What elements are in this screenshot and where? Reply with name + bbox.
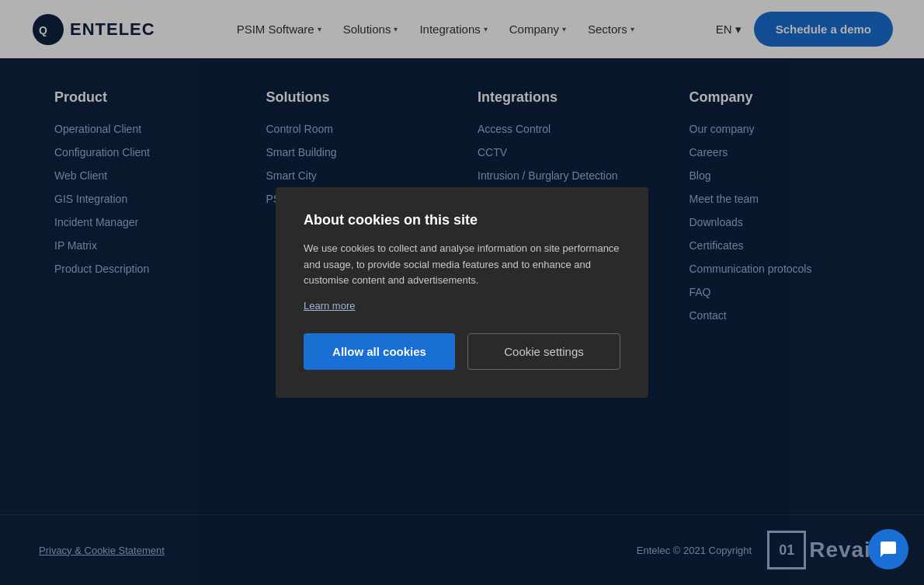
cookie-modal-body: We use cookies to collect and analyse in…	[304, 241, 620, 289]
cookie-settings-button[interactable]: Cookie settings	[467, 333, 620, 370]
chat-bubble-button[interactable]	[868, 529, 908, 569]
allow-all-cookies-button[interactable]: Allow all cookies	[304, 333, 455, 370]
cookie-learn-more-link[interactable]: Learn more	[304, 300, 355, 312]
cookie-modal-buttons: Allow all cookies Cookie settings	[304, 333, 620, 370]
cookie-modal: About cookies on this site We use cookie…	[276, 187, 648, 398]
cookie-modal-title: About cookies on this site	[304, 212, 620, 228]
chat-icon	[879, 540, 898, 559]
cookie-overlay: About cookies on this site We use cookie…	[0, 0, 924, 585]
